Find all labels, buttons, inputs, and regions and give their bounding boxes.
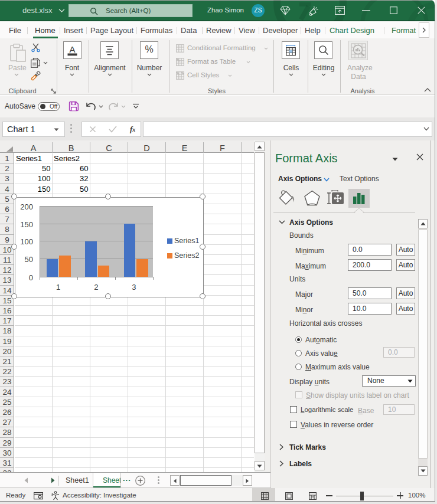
svg-text:A: A	[69, 44, 75, 54]
